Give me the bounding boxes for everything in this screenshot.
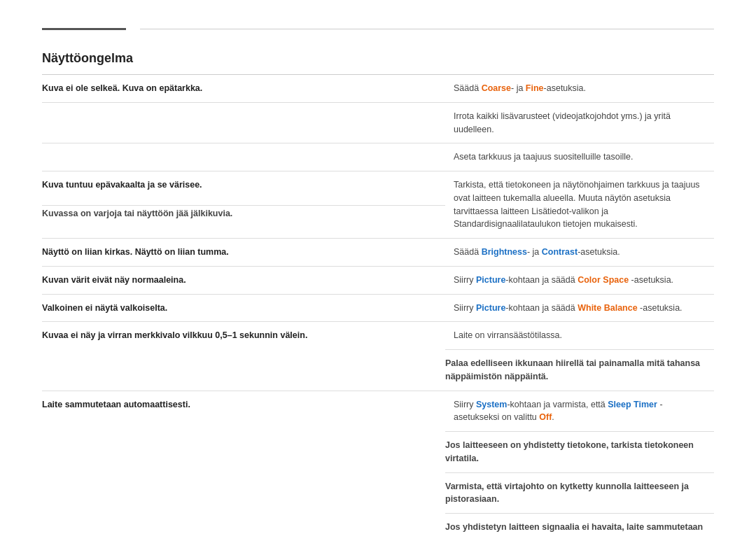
table-row: Irrota kaikki lisävarusteet (videojatkoj…	[42, 102, 714, 143]
top-bar-accent	[42, 28, 126, 30]
problem-cell: Kuva tuntuu epävakaalta ja se värisee.	[42, 171, 445, 206]
highlight-sleeptimer: Sleep Timer	[608, 400, 657, 409]
solution-cell: Jos yhdistetyn laitteen signaalia ei hav…	[445, 514, 714, 535]
table-row: Kuva ei ole selkeä. Kuva on epätarkka. S…	[42, 75, 714, 102]
problem-cell: Laite sammutetaan automaattisesti.	[42, 391, 445, 534]
solution-cell: Jos laitteeseen on yhdistetty tietokone,…	[445, 432, 714, 473]
solution-cell: Laite on virransäästötilassa.	[445, 322, 714, 350]
highlight-off: Off	[539, 412, 552, 422]
top-bar	[42, 28, 714, 30]
solution-cell: Varmista, että virtajohto on kytketty ku…	[445, 472, 714, 514]
solution-cell: Säädä Coarse- ja Fine-asetuksia.	[445, 75, 714, 102]
table-row: Aseta tarkkuus ja taajuus suositelluille…	[42, 143, 714, 171]
solution-cell: Irrota kaikki lisävarusteet (videojatkoj…	[445, 102, 714, 143]
table-row: Valkoinen ei näytä valkoiselta. Siirry P…	[42, 294, 714, 322]
table-row: Kuvan värit eivät näy normaaleina. Siirr…	[42, 266, 714, 294]
highlight-system: System	[476, 400, 507, 409]
page-container: Näyttöongelma Kuva ei ole selkeä. Kuva o…	[0, 0, 756, 534]
table-row: Kuva tuntuu epävakaalta ja se värisee. T…	[42, 171, 714, 206]
solution-cell: Aseta tarkkuus ja taajuus suositelluille…	[445, 143, 714, 171]
highlight-fine: Fine	[526, 83, 544, 93]
highlight-contrast: Contrast	[542, 247, 578, 257]
solution-cell: Siirry System-kohtaan ja varmista, että …	[445, 391, 714, 432]
problem-cell-empty	[42, 102, 445, 143]
page-title: Näyttöongelma	[42, 51, 714, 66]
problem-cell: Kuva ei ole selkeä. Kuva on epätarkka.	[42, 75, 445, 102]
highlight-brightness: Brightness	[482, 247, 527, 257]
solution-cell: Palaa edelliseen ikkunaan hiirellä tai p…	[445, 350, 714, 391]
highlight-coarse: Coarse	[482, 83, 511, 93]
content-table: Kuva ei ole selkeä. Kuva on epätarkka. S…	[42, 75, 714, 534]
top-bar-line	[140, 29, 714, 29]
problem-cell: Valkoinen ei näytä valkoiselta.	[42, 294, 445, 322]
table-row: Näyttö on liian kirkas. Näyttö on liian …	[42, 239, 714, 267]
highlight-whitebalance: White Balance	[578, 303, 637, 313]
solution-cell: Siirry Picture-kohtaan ja säädä White Ba…	[445, 294, 714, 322]
solution-cell: Säädä Brightness- ja Contrast-asetuksia.	[445, 239, 714, 267]
highlight-picture2: Picture	[476, 303, 505, 313]
highlight-picture1: Picture	[476, 275, 505, 285]
problem-cell-empty	[42, 143, 445, 171]
solution-cell: Tarkista, että tietokoneen ja näytönohja…	[445, 171, 714, 239]
table-row: Laite sammutetaan automaattisesti. Siirr…	[42, 391, 714, 432]
problem-cell: Kuvaa ei näy ja virran merkkivalo vilkku…	[42, 322, 445, 391]
table-row: Kuvaa ei näy ja virran merkkivalo vilkku…	[42, 322, 714, 350]
solution-cell: Siirry Picture-kohtaan ja säädä Color Sp…	[445, 266, 714, 294]
problem-cell: Kuvan värit eivät näy normaaleina.	[42, 266, 445, 294]
problem-cell: Näyttö on liian kirkas. Näyttö on liian …	[42, 239, 445, 267]
highlight-colorspace: Color Space	[578, 275, 629, 285]
problem-cell: Kuvassa on varjoja tai näyttöön jää jälk…	[42, 206, 445, 239]
